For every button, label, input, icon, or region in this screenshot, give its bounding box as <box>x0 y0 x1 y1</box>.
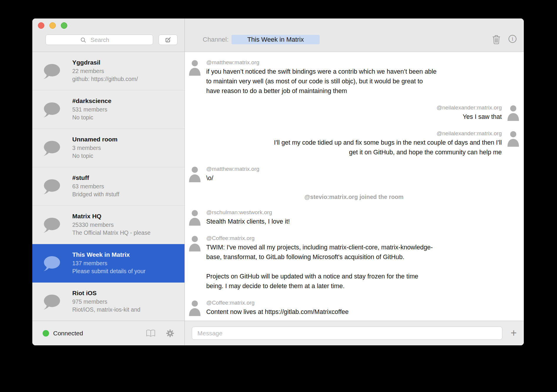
event-text: @stevio:matrix.org joined the room <box>304 194 403 200</box>
speech-bubble-icon <box>43 256 61 271</box>
message-username: @neilalexander:matrix.org <box>188 104 502 111</box>
message-username: @rschulman:westwork.org <box>206 209 520 216</box>
app-window: Channel: This Week in Matrix i Yggdrasil… <box>32 18 524 345</box>
bookmarks-button[interactable] <box>146 329 156 337</box>
room-members: 975 members <box>72 298 140 306</box>
compose-pencil-square-icon <box>165 36 172 43</box>
room-members: 3 members <box>72 144 118 152</box>
channel-name-pill[interactable]: This Week in Matrix <box>231 35 320 44</box>
speech-bubble-icon <box>43 294 61 310</box>
message-text: Stealth Matrix clients, I love it! <box>206 217 520 227</box>
room-list-item-riot-ios[interactable]: Riot iOS 975 members Riot/iOS, matrix-io… <box>32 283 184 321</box>
message-username: @neilalexander:matrix.org <box>188 130 502 137</box>
search-icon <box>80 37 86 43</box>
minimize-button[interactable] <box>49 22 56 29</box>
room-topic: github: https://github.com/ <box>72 75 138 83</box>
message-username: @Coffee:matrix.org <box>206 300 520 306</box>
titlebar: Channel: This Week in Matrix i <box>32 18 524 52</box>
sidebar-divider <box>184 18 185 345</box>
person-silhouette-icon <box>188 59 201 76</box>
room-list-item-matrix-hq[interactable]: Matrix HQ 25330 members The Official Mat… <box>32 206 184 244</box>
room-members: 63 members <box>72 183 119 190</box>
message: @matthew:matrix.org if you haven’t notic… <box>188 59 520 96</box>
message: @matthew:matrix.org \o/ <box>188 166 520 183</box>
speech-bubble-icon <box>43 102 61 117</box>
room-members: 22 members <box>72 67 138 75</box>
channel-label: Channel: <box>203 36 229 43</box>
speech-bubble-icon <box>43 63 61 79</box>
room-topic: No topic <box>72 114 111 121</box>
attach-button[interactable]: + <box>511 327 517 338</box>
message: @neilalexander:matrix.org I'll get my co… <box>188 130 520 157</box>
trash-icon <box>492 35 500 44</box>
message-username: @matthew:matrix.org <box>206 59 520 66</box>
window-controls <box>38 22 67 29</box>
room-title: Matrix HQ <box>72 213 150 220</box>
message-username: @matthew:matrix.org <box>206 166 520 172</box>
room-members: 531 members <box>72 106 111 114</box>
message-timeline[interactable]: @matthew:matrix.org if you haven’t notic… <box>185 52 524 321</box>
speech-bubble-icon <box>43 217 61 233</box>
room-title: #darkscience <box>72 97 111 104</box>
message: @Coffee:matrix.org TWIM: I've moved all … <box>188 235 520 291</box>
person-silhouette-icon <box>188 209 201 226</box>
room-topic: The Official Matrix HQ - please <box>72 229 150 237</box>
room-topic: Bridged with #stuff <box>72 190 119 198</box>
search-field[interactable] <box>46 35 153 45</box>
message-text: \o/ <box>206 173 520 183</box>
book-icon <box>146 329 156 337</box>
room-members: 137 members <box>72 259 145 267</box>
connection-status-dot <box>43 330 49 337</box>
room-list-item-darkscience[interactable]: #darkscience 531 members No topic <box>32 90 184 129</box>
room-title: Riot iOS <box>72 290 140 297</box>
room-info-button[interactable]: i <box>509 35 516 43</box>
room-list-item-stuff[interactable]: #stuff 63 members Bridged with #stuff <box>32 167 184 206</box>
status-bar: Connected <box>32 321 184 345</box>
person-silhouette-icon <box>188 166 201 182</box>
search-input[interactable] <box>46 35 154 45</box>
room-topic: Riot/iOS, matrix-ios-kit and <box>72 306 140 314</box>
connection-status-label: Connected <box>53 330 146 337</box>
close-button[interactable] <box>38 22 44 29</box>
message-text: Yes I saw that <box>188 112 502 122</box>
message-text: TWIM: I've moved all my projects, includ… <box>206 243 520 291</box>
room-list-item-this-week-in-matrix-selected[interactable]: This Week in Matrix 137 members Please s… <box>32 244 184 283</box>
settings-button[interactable] <box>166 329 175 338</box>
room-topic: No topic <box>72 152 118 160</box>
info-icon: i <box>512 36 513 41</box>
room-title: This Week in Matrix <box>72 251 145 258</box>
gear-icon <box>166 329 175 338</box>
room-list[interactable]: Yggdrasil 22 members github: https://git… <box>32 52 184 321</box>
room-list-item-yggdrasil[interactable]: Yggdrasil 22 members github: https://git… <box>32 52 184 90</box>
message-input[interactable] <box>192 327 502 340</box>
zoom-button[interactable] <box>61 22 67 29</box>
composer-bar: + <box>185 321 524 345</box>
message: @neilalexander:matrix.org Yes I saw that <box>188 104 520 122</box>
message: @rschulman:westwork.org Stealth Matrix c… <box>188 209 520 227</box>
person-silhouette-icon <box>507 104 520 121</box>
room-members: 25330 members <box>72 221 150 229</box>
room-title: Unnamed room <box>72 136 118 143</box>
message: @Coffee:matrix.org Content now lives at … <box>188 300 520 317</box>
speech-bubble-icon <box>43 140 61 156</box>
room-event-notice: @stevio:matrix.org joined the room <box>188 194 520 200</box>
message-username: @Coffee:matrix.org <box>206 235 520 241</box>
room-title: Yggdrasil <box>72 59 138 66</box>
speech-bubble-icon <box>43 179 61 194</box>
message-text: if you haven’t noticed the swift binding… <box>206 67 520 96</box>
room-topic: Please submit details of your <box>72 267 145 275</box>
plus-icon: + <box>511 327 517 339</box>
room-list-item-unnamed[interactable]: Unnamed room 3 members No topic <box>32 129 184 167</box>
compose-button[interactable] <box>159 35 177 45</box>
message-text: I'll get my code tidied up and fix some … <box>188 138 502 157</box>
room-title: #stuff <box>72 174 119 181</box>
message-text: Content now lives at https://gitlab.com/… <box>206 307 520 317</box>
person-silhouette-icon <box>507 130 520 147</box>
delete-room-button[interactable] <box>492 35 500 45</box>
person-silhouette-icon <box>188 300 201 316</box>
person-silhouette-icon <box>188 235 201 251</box>
